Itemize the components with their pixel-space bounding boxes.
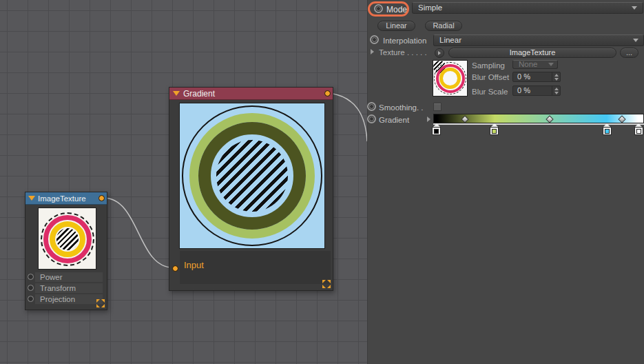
gradient-node-preview xyxy=(179,103,325,249)
attribute-panel: Mode Simple Linear Radial Interpolation … xyxy=(367,0,644,364)
chevron-down-icon xyxy=(632,6,637,10)
blur-offset-stepper[interactable] xyxy=(552,72,560,81)
spinner-up-icon[interactable] xyxy=(554,74,559,77)
power-input-port[interactable] xyxy=(28,274,34,280)
blur-scale-label: Blur Scale xyxy=(472,88,508,96)
imagetexture-row-projection[interactable]: Projection xyxy=(35,294,103,304)
imagetexture-node-header[interactable]: ImageTexture xyxy=(25,192,107,205)
gradient-node[interactable]: Gradient Input xyxy=(169,87,333,291)
gradient-midpoint-diamond[interactable] xyxy=(461,115,469,123)
chevron-down-icon xyxy=(548,63,554,66)
texture-label: Texture . . . . . xyxy=(379,48,427,57)
gradient-expander-icon[interactable] xyxy=(427,117,430,122)
gradient-input-port[interactable] xyxy=(172,265,178,272)
gradient-bar[interactable] xyxy=(433,114,644,123)
blur-scale-stepper[interactable] xyxy=(552,86,560,95)
preview-hatch-circle xyxy=(56,228,79,250)
gradient-node-header[interactable]: Gradient xyxy=(169,88,333,100)
collapse-triangle-icon[interactable] xyxy=(173,91,180,96)
texture-link-button[interactable] xyxy=(435,48,444,58)
texture-thumbnail[interactable] xyxy=(433,60,468,97)
imagetexture-node-preview xyxy=(38,208,96,270)
gradient-stop-knob[interactable] xyxy=(432,123,441,135)
expand-icon[interactable] xyxy=(96,299,105,307)
blur-offset-input[interactable]: 0 % xyxy=(512,72,561,82)
collapse-triangle-icon[interactable] xyxy=(28,196,35,201)
spinner-down-icon[interactable] xyxy=(554,92,559,94)
spinner-up-icon[interactable] xyxy=(554,88,559,90)
transform-input-port[interactable] xyxy=(28,285,34,291)
mode-radio-icon[interactable] xyxy=(374,4,383,13)
texture-expander-icon[interactable] xyxy=(371,49,374,54)
blur-scale-value: 0 % xyxy=(517,86,530,94)
blur-offset-label: Blur Offset xyxy=(472,73,509,81)
wire-imagetexture-to-gradient[interactable] xyxy=(103,198,173,267)
gradient-node-title: Gradient xyxy=(183,89,215,99)
radial-button[interactable]: Radial xyxy=(425,21,462,31)
sampling-label: Sampling xyxy=(472,61,505,70)
gradient-label: Gradient xyxy=(379,116,409,124)
gradient-midpoint-diamond[interactable] xyxy=(546,115,554,123)
node-editor-canvas[interactable]: Gradient Input ImageTexture xyxy=(0,0,367,364)
imagetexture-output-port[interactable] xyxy=(98,195,105,201)
interpolation-label: Interpolation xyxy=(383,37,426,45)
chevron-down-icon xyxy=(633,39,638,42)
texture-browse-button[interactable]: ... xyxy=(620,48,638,58)
thumb-yellow-ring xyxy=(439,68,461,89)
gradient-output-port[interactable] xyxy=(324,90,331,97)
linear-button[interactable]: Linear xyxy=(377,21,415,31)
gradient-stop-knob[interactable] xyxy=(490,123,499,135)
imagetexture-node-title: ImageTexture xyxy=(38,194,86,203)
wire-gradient-output[interactable] xyxy=(330,93,367,141)
gradient-midpoint-diamond[interactable] xyxy=(618,115,625,123)
imagetexture-row-power[interactable]: Power xyxy=(35,272,103,282)
imagetexture-node[interactable]: ImageTexture Power Transform Projection xyxy=(25,192,107,310)
interpolation-select[interactable]: Linear xyxy=(433,34,644,46)
texture-value-button[interactable]: ImageTexture xyxy=(448,48,616,58)
spinner-down-icon[interactable] xyxy=(554,78,559,81)
gradient-stop-knob[interactable] xyxy=(603,123,612,135)
smoothing-checkbox[interactable] xyxy=(433,103,442,111)
gradient-stop-knob[interactable] xyxy=(634,123,643,135)
expand-icon[interactable] xyxy=(322,280,331,288)
mode-label: Mode xyxy=(386,5,407,14)
smoothing-radio-icon[interactable] xyxy=(367,102,376,111)
imagetexture-row-transform[interactable]: Transform xyxy=(35,283,103,293)
gradient-input-label: Input xyxy=(184,260,204,270)
gradient-radio-icon[interactable] xyxy=(367,114,376,123)
smoothing-label: Smoothing. . xyxy=(379,103,424,112)
gradient-editor xyxy=(433,114,644,136)
interpolation-radio-icon[interactable] xyxy=(370,35,379,44)
preview-hatch-circle xyxy=(216,140,288,212)
blur-scale-input[interactable]: 0 % xyxy=(512,85,561,96)
triangle-right-icon xyxy=(438,51,441,55)
blur-offset-value: 0 % xyxy=(517,72,530,81)
projection-input-port[interactable] xyxy=(28,296,34,302)
mode-select[interactable]: Simple xyxy=(412,2,643,14)
